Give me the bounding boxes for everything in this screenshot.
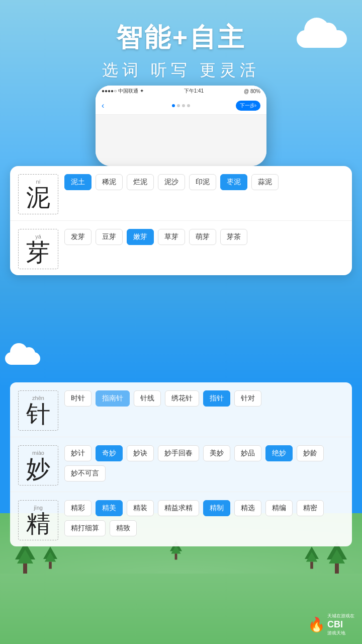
word-chip[interactable]: 精选 [234, 500, 261, 516]
word-chip[interactable]: 豆芽 [96, 229, 123, 245]
tree-right-1 [327, 542, 347, 574]
word-chip[interactable]: 泥土 [64, 174, 92, 190]
char-box-jing: jīng 精 [18, 500, 58, 540]
hanzi-ni: 泥 [26, 186, 50, 210]
lower-section: zhēn 针 时针 指南针 针线 绣花针 指针 针对 miào 妙 妙计 奇妙 … [10, 382, 352, 546]
char-row-ni: ní 泥 泥土 稀泥 烂泥 泥沙 印泥 枣泥 蒜泥 [10, 166, 352, 221]
word-chip[interactable]: 泥沙 [158, 174, 185, 190]
words-miao: 妙计 奇妙 妙诀 妙手回春 美妙 妙品 绝妙 妙龄 妙不可言 [64, 445, 344, 481]
tree-top2 [171, 545, 180, 554]
cbi-text: 天城在游戏在 CBI 游戏天地 [327, 613, 354, 636]
word-chip[interactable]: 妙手回春 [158, 445, 199, 461]
phone-battery: @ 80% [244, 89, 260, 94]
dot-4 [187, 104, 190, 107]
dot-3 [182, 104, 185, 107]
word-chip[interactable]: 针对 [234, 390, 261, 407]
word-chip[interactable]: 芽茶 [220, 229, 247, 245]
word-chip[interactable]: 妙计 [64, 445, 92, 461]
cbi-logo: 🔥 天城在游戏在 CBI 游戏天地 [308, 613, 354, 636]
word-chip[interactable]: 绝妙 [265, 445, 293, 461]
tree-trunk [23, 564, 27, 574]
tree-trunk [49, 562, 52, 569]
word-chip[interactable]: 精编 [265, 500, 293, 516]
cbi-tagline: 天城在游戏在 [327, 613, 354, 619]
word-chip[interactable]: 萌芽 [189, 229, 216, 245]
hanzi-zhen: 针 [26, 402, 50, 426]
word-chip[interactable]: 指针 [203, 390, 230, 407]
header-area: 智能+自主 选词 听写 更灵活 [0, 20, 362, 82]
tree-trunk [175, 553, 177, 559]
main-panel: ní 泥 泥土 稀泥 烂泥 泥沙 印泥 枣泥 蒜泥 yá 芽 发芽 豆芽 嫩芽 … [10, 166, 352, 275]
word-chip[interactable]: 发芽 [64, 229, 92, 245]
word-chip[interactable]: 精密 [297, 500, 324, 516]
words-ya: 发芽 豆芽 嫩芽 草芽 萌芽 芽茶 [64, 229, 344, 245]
hanzi-miao: 妙 [26, 457, 50, 481]
word-chip[interactable]: 精彩 [64, 500, 92, 516]
word-chip[interactable]: 妙品 [234, 445, 261, 461]
phone-next-button[interactable]: 下一步› [236, 101, 260, 111]
tree-top2 [329, 549, 345, 564]
word-chip[interactable]: 指南针 [96, 390, 130, 407]
char-box-zhen: zhēn 针 [18, 390, 58, 431]
dot-2 [177, 104, 180, 107]
tree-trunk [310, 562, 313, 569]
tagline-main: 智能+自主 [0, 20, 362, 55]
tree-top2 [306, 552, 317, 562]
word-chip[interactable]: 精装 [127, 500, 154, 516]
tree-top2 [45, 552, 56, 562]
phone-carrier: ●●●●○ 中国联通 ✦ [102, 88, 144, 95]
tree-trunk [335, 564, 339, 574]
word-chip[interactable]: 枣泥 [220, 174, 247, 190]
word-chip[interactable]: 烂泥 [127, 174, 154, 190]
word-chip[interactable]: 奇妙 [96, 445, 123, 461]
tree-left-1 [15, 542, 35, 574]
word-chip[interactable]: 精益求精 [158, 500, 199, 516]
dot-1 [172, 104, 175, 107]
word-chip[interactable]: 精致 [110, 520, 137, 536]
word-chip[interactable]: 草芽 [158, 229, 185, 245]
phone-back-button[interactable]: ‹ [102, 101, 104, 110]
char-row-ya: yá 芽 发芽 豆芽 嫩芽 草芽 萌芽 芽茶 [10, 221, 352, 275]
word-chip[interactable]: 时针 [64, 390, 92, 407]
word-chip[interactable]: 针线 [134, 390, 161, 407]
word-chip[interactable]: 嫩芽 [127, 229, 154, 245]
word-chip[interactable]: 妙不可言 [64, 465, 106, 481]
phone-nav-bar[interactable]: ‹ 下一步› [96, 97, 266, 115]
phone-status-bar: ●●●●○ 中国联通 ✦ 下午1:41 @ 80% [96, 86, 266, 97]
word-chip[interactable]: 精打细算 [64, 520, 106, 536]
phone-mockup: ●●●●○ 中国联通 ✦ 下午1:41 @ 80% ‹ 下一步› [96, 86, 266, 166]
word-chip[interactable]: 印泥 [189, 174, 216, 190]
char-row-miao: miào 妙 妙计 奇妙 妙诀 妙手回春 美妙 妙品 绝妙 妙龄 妙不可言 [10, 437, 352, 492]
char-box-ni: ní 泥 [18, 174, 58, 214]
tree-left-2 [43, 546, 57, 569]
words-ni: 泥土 稀泥 烂泥 泥沙 印泥 枣泥 蒜泥 [64, 174, 344, 190]
word-chip[interactable]: 妙诀 [127, 445, 154, 461]
fire-icon: 🔥 [308, 616, 325, 633]
phone-page-dots [172, 104, 190, 107]
word-chip[interactable]: 精制 [203, 500, 230, 516]
char-row-jing: jīng 精 精彩 精美 精装 精益求精 精制 精选 精编 精密 精打细算 精致 [10, 492, 352, 546]
hanzi-ya: 芽 [26, 240, 50, 265]
cbi-brand-sub: 游戏天地 [327, 630, 354, 636]
word-chip[interactable]: 妙龄 [297, 445, 324, 461]
word-chip[interactable]: 蒜泥 [251, 174, 279, 190]
phone-screen: ●●●●○ 中国联通 ✦ 下午1:41 @ 80% ‹ 下一步› [96, 86, 266, 166]
char-box-ya: yá 芽 [18, 229, 58, 269]
tree-top2 [17, 549, 33, 564]
tree-right-2 [305, 546, 319, 569]
char-box-miao: miào 妙 [18, 445, 58, 486]
cloud-left [5, 352, 40, 365]
tagline-sub: 选词 听写 更灵活 [0, 59, 362, 82]
words-jing: 精彩 精美 精装 精益求精 精制 精选 精编 精密 精打细算 精致 [64, 500, 344, 536]
word-chip[interactable]: 精美 [96, 500, 123, 516]
char-row-zhen: zhēn 针 时针 指南针 针线 绣花针 指针 针对 [10, 382, 352, 437]
cbi-brand: CBI [327, 619, 354, 630]
word-chip[interactable]: 绣花针 [165, 390, 199, 407]
words-zhen: 时针 指南针 针线 绣花针 指针 针对 [64, 390, 344, 407]
hanzi-jing: 精 [26, 512, 50, 536]
word-chip[interactable]: 美妙 [203, 445, 230, 461]
word-chip[interactable]: 稀泥 [96, 174, 123, 190]
phone-time: 下午1:41 [184, 88, 204, 95]
